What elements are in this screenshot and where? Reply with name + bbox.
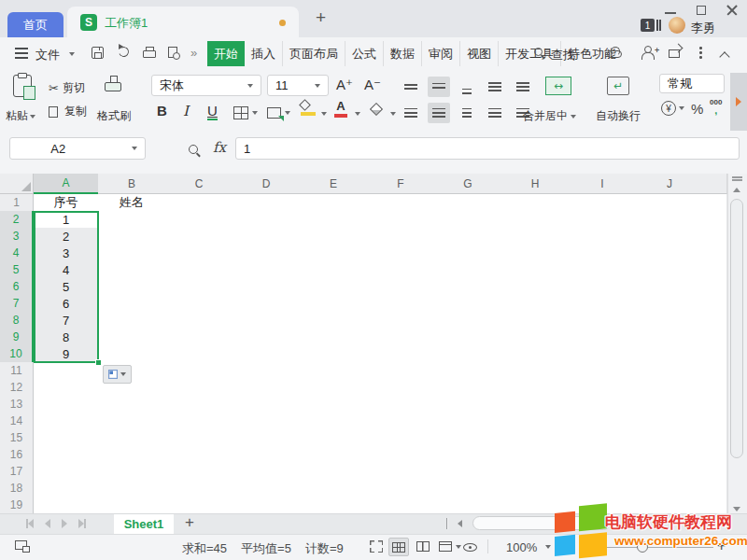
justify-button[interactable] xyxy=(484,103,506,123)
column-header[interactable]: G xyxy=(434,174,502,194)
cell[interactable] xyxy=(636,345,704,363)
row-header[interactable]: 3 xyxy=(0,228,34,245)
file-menu-chevron-icon[interactable] xyxy=(69,52,75,56)
new-tab-button[interactable]: + xyxy=(316,7,326,28)
cell[interactable] xyxy=(636,429,704,447)
column-header[interactable]: C xyxy=(165,174,233,194)
cell[interactable] xyxy=(636,228,704,245)
cell[interactable] xyxy=(165,228,233,245)
page-layout-view-icon[interactable] xyxy=(439,541,452,552)
cell[interactable] xyxy=(233,312,301,329)
cell[interactable] xyxy=(233,278,301,296)
cell[interactable] xyxy=(367,345,435,363)
column-header[interactable]: J xyxy=(636,174,704,194)
cell[interactable] xyxy=(569,312,637,329)
cell[interactable] xyxy=(367,446,435,464)
cell[interactable] xyxy=(636,278,704,296)
row-header[interactable]: 19 xyxy=(0,497,34,514)
horizontal-scroll-thumb[interactable] xyxy=(472,516,611,530)
more-options-icon[interactable] xyxy=(699,47,702,49)
cell[interactable] xyxy=(98,228,166,245)
paste-label-row[interactable]: 粘贴 xyxy=(6,108,35,124)
add-sheet-button[interactable]: + xyxy=(185,513,194,532)
cell[interactable] xyxy=(501,396,570,413)
fx-icon[interactable]: fx xyxy=(213,139,226,156)
cell[interactable] xyxy=(165,429,233,447)
cell[interactable] xyxy=(569,429,637,447)
zoom-level[interactable]: 100% xyxy=(506,540,537,554)
decrease-indent-button[interactable] xyxy=(484,77,506,97)
cell-shading-button[interactable] xyxy=(267,107,290,119)
cell[interactable] xyxy=(34,463,99,481)
cell[interactable] xyxy=(98,245,166,262)
cell[interactable] xyxy=(501,497,570,514)
align-bottom-button[interactable] xyxy=(456,77,478,97)
cell[interactable]: 3 xyxy=(34,245,99,262)
user-avatar[interactable] xyxy=(669,17,685,34)
cell[interactable] xyxy=(501,413,570,430)
cell[interactable] xyxy=(703,245,727,262)
cell[interactable] xyxy=(233,295,301,313)
cell[interactable] xyxy=(569,194,637,212)
cell[interactable]: 序号 xyxy=(34,194,99,212)
fill-color-button[interactable] xyxy=(301,101,316,116)
vertical-split-handle[interactable] xyxy=(732,176,742,178)
cell[interactable] xyxy=(569,362,637,380)
cell[interactable] xyxy=(300,261,368,279)
comma-style-button[interactable]: 000, xyxy=(710,99,722,116)
cell[interactable] xyxy=(165,446,233,464)
cell[interactable] xyxy=(636,413,704,430)
cell[interactable] xyxy=(98,261,166,279)
cell[interactable] xyxy=(165,312,233,329)
font-color-button[interactable]: A xyxy=(334,99,347,118)
cell[interactable] xyxy=(434,497,502,514)
cell[interactable] xyxy=(703,497,727,514)
cell[interactable] xyxy=(233,345,301,363)
ribbon-tab[interactable]: 开始 xyxy=(207,41,245,66)
cell[interactable] xyxy=(165,345,233,363)
zoom-in-button[interactable]: + xyxy=(717,538,726,554)
cell[interactable] xyxy=(367,194,435,212)
font-name-select[interactable]: 宋体 xyxy=(151,75,261,96)
cell[interactable] xyxy=(501,379,570,397)
cell[interactable] xyxy=(367,463,435,481)
cell[interactable] xyxy=(98,497,166,514)
cell[interactable] xyxy=(98,446,166,464)
clear-format-chevron-icon[interactable] xyxy=(390,112,396,116)
row-header[interactable]: 11 xyxy=(0,362,34,380)
cell[interactable] xyxy=(434,211,502,229)
cell[interactable] xyxy=(434,413,502,430)
cell[interactable] xyxy=(569,463,637,481)
cell[interactable] xyxy=(300,345,368,363)
cell[interactable] xyxy=(434,295,502,313)
column-header[interactable]: I xyxy=(569,174,637,194)
zoom-slider-handle[interactable] xyxy=(637,541,648,553)
first-sheet-button[interactable] xyxy=(26,519,34,528)
cell-mode-icon[interactable] xyxy=(15,540,27,550)
cell[interactable] xyxy=(501,261,570,279)
cell[interactable] xyxy=(569,345,637,363)
column-header[interactable] xyxy=(703,174,727,194)
cell[interactable] xyxy=(367,497,435,514)
row-header[interactable]: 13 xyxy=(0,396,34,413)
cell[interactable] xyxy=(636,329,704,346)
cell[interactable] xyxy=(300,480,368,497)
cell[interactable] xyxy=(165,194,233,212)
ribbon-tab[interactable]: 数据 xyxy=(383,41,421,66)
cell[interactable] xyxy=(98,345,166,363)
cell[interactable] xyxy=(703,446,727,464)
cell[interactable]: 9 xyxy=(34,345,99,363)
align-left-button[interactable] xyxy=(400,103,422,123)
cell[interactable] xyxy=(636,211,704,229)
format-painter-label[interactable]: 格式刷 xyxy=(97,108,131,124)
cut-button[interactable]: ✂ 剪切 xyxy=(49,80,85,96)
cell[interactable] xyxy=(501,278,570,296)
cell[interactable] xyxy=(233,211,301,229)
row-header[interactable]: 15 xyxy=(0,429,34,447)
fill-color-chevron-icon[interactable] xyxy=(321,112,327,116)
cell[interactable] xyxy=(434,396,502,413)
row-header[interactable]: 2 xyxy=(0,211,34,229)
cell[interactable] xyxy=(703,463,727,481)
cell[interactable] xyxy=(300,329,368,346)
cell[interactable]: 4 xyxy=(34,261,99,279)
